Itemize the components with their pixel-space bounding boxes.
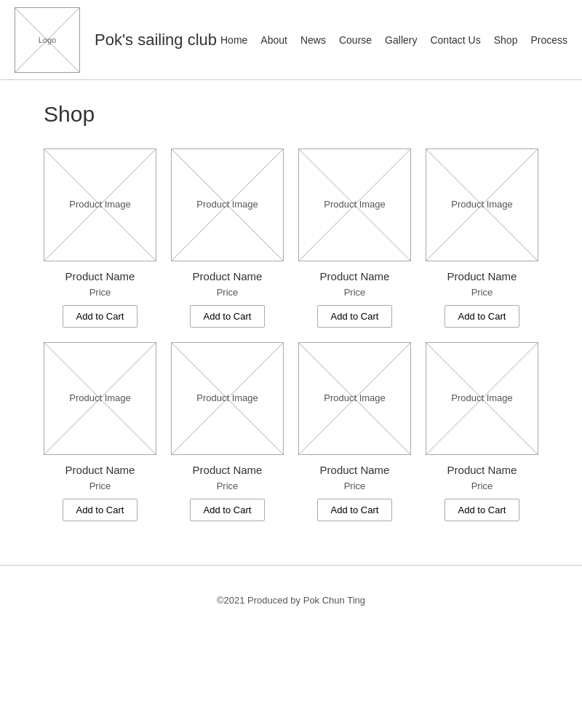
product-image-label: Product Image [324,198,386,211]
nav-about[interactable]: About [260,34,287,46]
add-to-cart-button[interactable]: Add to Cart [317,305,393,328]
product-image-label: Product Image [69,392,131,405]
product-price: Price [89,287,111,298]
product-image-placeholder: Product Image [426,342,538,455]
logo-label: Logo [39,36,56,44]
add-to-cart-button[interactable]: Add to Cart [190,305,266,328]
product-image-placeholder: Product Image [298,149,411,261]
shop-title: Shop [44,102,538,127]
product-image-placeholder: Product Image [44,342,156,455]
product-name: Product Name [193,464,263,476]
product-price: Price [217,287,239,298]
nav-contact[interactable]: Contact Us [430,34,480,46]
product-image-placeholder: Product Image [298,342,411,455]
product-price: Price [217,480,239,491]
product-card: Product Image Product Name Price Add to … [298,149,411,328]
product-price: Price [344,287,366,298]
product-price: Price [89,480,111,491]
product-image-label: Product Image [196,198,258,211]
product-name: Product Name [65,464,135,476]
product-name: Product Name [65,270,135,282]
product-name: Product Name [320,270,390,282]
nav-shop[interactable]: Shop [494,34,518,46]
add-to-cart-button[interactable]: Add to Cart [63,499,138,521]
product-image-placeholder: Product Image [171,342,284,455]
nav-course[interactable]: Course [339,34,372,46]
nav-gallery[interactable]: Gallery [385,34,417,46]
product-price: Price [344,480,366,491]
main-content: Shop Product Image Product Name Price Ad… [0,80,582,550]
product-card: Product Image Product Name Price Add to … [44,342,156,521]
product-image-label: Product Image [324,392,386,405]
nav-home[interactable]: Home [220,34,247,46]
add-to-cart-button[interactable]: Add to Cart [190,499,266,521]
product-price: Price [471,480,493,491]
site-title: Pok's sailing club [95,31,217,50]
product-card: Product Image Product Name Price Add to … [171,149,284,328]
site-footer: ©2021 Produced by Pok Chun Ting [0,565,582,635]
site-header: Logo Pok's sailing club Home About News … [0,0,582,80]
product-name: Product Name [193,270,263,282]
product-card: Product Image Product Name Price Add to … [298,342,411,521]
add-to-cart-button[interactable]: Add to Cart [63,305,138,328]
footer-copyright: ©2021 Produced by Pok Chun Ting [217,595,365,606]
product-image-label: Product Image [451,392,513,405]
nav-news[interactable]: News [300,34,326,46]
product-card: Product Image Product Name Price Add to … [426,149,538,328]
product-name: Product Name [447,270,517,282]
product-image-placeholder: Product Image [44,149,156,261]
add-to-cart-button[interactable]: Add to Cart [445,499,520,521]
product-image-placeholder: Product Image [171,149,284,261]
product-image-label: Product Image [196,392,258,405]
product-card: Product Image Product Name Price Add to … [171,342,284,521]
nav-process[interactable]: Process [530,34,567,46]
product-card: Product Image Product Name Price Add to … [44,149,156,328]
add-to-cart-button[interactable]: Add to Cart [445,305,520,328]
product-price: Price [471,287,493,298]
product-name: Product Name [320,464,390,476]
product-card: Product Image Product Name Price Add to … [426,342,538,521]
add-to-cart-button[interactable]: Add to Cart [317,499,393,521]
main-nav: Home About News Course Gallery Contact U… [220,34,567,46]
product-grid: Product Image Product Name Price Add to … [44,149,538,521]
product-image-label: Product Image [451,198,513,211]
product-image-label: Product Image [69,198,131,211]
logo: Logo [15,7,80,73]
product-name: Product Name [447,464,517,476]
product-image-placeholder: Product Image [426,149,538,261]
